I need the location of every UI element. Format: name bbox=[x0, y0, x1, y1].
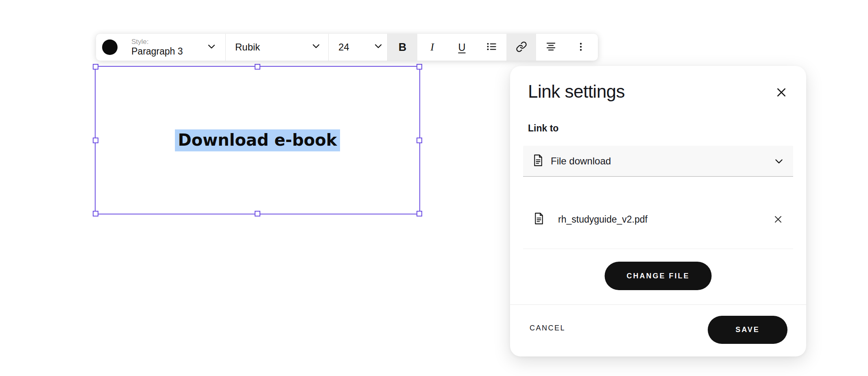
file-name: rh_studyguide_v2.pdf bbox=[558, 214, 648, 225]
document-icon bbox=[534, 212, 544, 226]
close-icon[interactable] bbox=[774, 85, 789, 100]
link-type-value: File download bbox=[551, 155, 611, 167]
chevron-down-icon bbox=[311, 41, 321, 53]
selected-text[interactable]: Download e-book bbox=[175, 129, 340, 151]
document-icon bbox=[533, 154, 543, 168]
save-button[interactable]: SAVE bbox=[708, 316, 787, 344]
bold-icon: B bbox=[399, 41, 407, 54]
more-options-button[interactable] bbox=[566, 34, 595, 61]
link-type-dropdown[interactable]: File download bbox=[523, 146, 793, 177]
style-dropdown[interactable]: Style: Paragraph 3 bbox=[124, 34, 225, 61]
attached-file-row: rh_studyguide_v2.pdf bbox=[523, 206, 793, 233]
more-vertical-icon bbox=[576, 42, 586, 53]
resize-handle-bottom-left[interactable] bbox=[93, 211, 98, 216]
text-align-button[interactable] bbox=[536, 34, 566, 61]
bullet-list-icon bbox=[486, 41, 497, 53]
chevron-down-icon bbox=[207, 42, 216, 53]
editor-canvas: Style: Paragraph 3 Rubik 24 B I bbox=[0, 0, 868, 376]
panel-title: Link settings bbox=[528, 81, 625, 102]
underline-icon: U bbox=[458, 42, 465, 53]
text-color-button[interactable] bbox=[96, 34, 124, 61]
selected-text-element[interactable]: Download e-book bbox=[95, 66, 420, 214]
chevron-down-icon bbox=[774, 156, 784, 166]
font-size-value: 24 bbox=[338, 42, 349, 53]
resize-handle-top-left[interactable] bbox=[93, 64, 98, 70]
remove-file-icon[interactable] bbox=[773, 214, 783, 225]
link-settings-panel: Link settings Link to File download bbox=[510, 66, 806, 356]
bullet-list-button[interactable] bbox=[477, 34, 506, 61]
link-icon bbox=[516, 41, 527, 54]
underline-button[interactable]: U bbox=[447, 34, 477, 61]
change-file-button[interactable]: CHANGE FILE bbox=[604, 262, 711, 290]
cancel-button[interactable]: CANCEL bbox=[530, 324, 565, 332]
divider bbox=[523, 249, 793, 249]
footer-divider bbox=[510, 304, 806, 305]
bold-button[interactable]: B bbox=[388, 34, 417, 61]
text-color-swatch-icon bbox=[102, 39, 118, 55]
chevron-down-icon bbox=[373, 41, 383, 53]
text-toolbar: Style: Paragraph 3 Rubik 24 B I bbox=[96, 34, 598, 61]
resize-handle-top-right[interactable] bbox=[417, 64, 422, 70]
resize-handle-top-middle[interactable] bbox=[255, 64, 260, 70]
resize-handle-bottom-right[interactable] bbox=[417, 211, 422, 216]
text-align-icon bbox=[545, 41, 556, 53]
link-button[interactable] bbox=[506, 34, 536, 61]
resize-handle-middle-left[interactable] bbox=[93, 138, 98, 143]
font-name-value: Rubik bbox=[235, 42, 260, 53]
font-dropdown[interactable]: Rubik bbox=[226, 34, 328, 61]
style-dropdown-text: Style: Paragraph 3 bbox=[131, 38, 183, 57]
link-to-label: Link to bbox=[528, 123, 558, 134]
font-size-dropdown[interactable]: 24 bbox=[329, 34, 387, 61]
italic-icon: I bbox=[430, 41, 434, 53]
resize-handle-middle-right[interactable] bbox=[417, 138, 422, 143]
style-value: Paragraph 3 bbox=[131, 46, 183, 57]
resize-handle-bottom-middle[interactable] bbox=[255, 211, 260, 216]
italic-button[interactable]: I bbox=[417, 34, 447, 61]
style-label: Style: bbox=[131, 38, 183, 46]
